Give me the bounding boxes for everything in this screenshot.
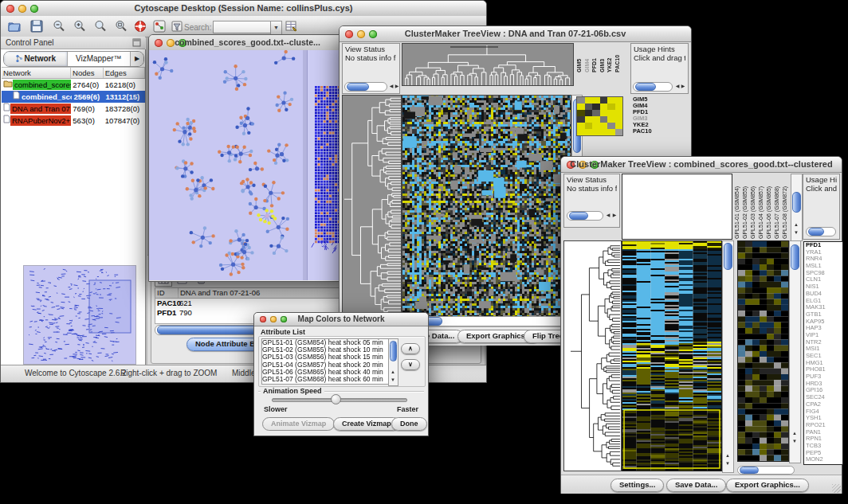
col-nodes[interactable]: Nodes <box>71 68 104 78</box>
column-label[interactable]: GIM3 <box>599 45 607 72</box>
column-label[interactable]: GIM5 <box>576 45 584 72</box>
zoom-in-icon[interactable] <box>73 19 87 33</box>
zoom-cell[interactable] <box>592 123 600 129</box>
col-network[interactable]: Network <box>2 68 71 78</box>
network-row[interactable]: combined_scores2764(0)16218(0) <box>2 79 145 91</box>
column-label[interactable]: GIM4 <box>584 45 592 72</box>
zoom-cell[interactable] <box>585 116 593 123</box>
search-dropdown-arrow[interactable]: ▼ <box>270 21 282 35</box>
view-status-scrollbar[interactable] <box>344 82 387 92</box>
column-labels-scrollbar[interactable]: ▲▼ <box>791 174 803 241</box>
save-data-button[interactable]: Save Data... <box>666 479 726 492</box>
zoom-cell[interactable] <box>592 116 600 123</box>
resize-grip[interactable] <box>832 484 841 493</box>
zoom-cell[interactable] <box>615 123 623 129</box>
column-label[interactable]: YKE2 <box>607 45 614 72</box>
float-panel-icon[interactable] <box>132 38 141 49</box>
help-icon[interactable] <box>133 19 147 33</box>
zoom-hscrollbar[interactable] <box>737 466 795 475</box>
zoom-cell[interactable] <box>615 129 623 135</box>
column-label[interactable]: GPL51-01 (GSM854) <box>734 175 742 239</box>
tab-overflow-arrow[interactable]: ▶ <box>130 52 143 66</box>
vizmap-shortcut-icon[interactable] <box>152 19 167 33</box>
dialog-titlebar[interactable]: Map Colors to Network <box>254 313 428 326</box>
network-canvas[interactable] <box>149 50 344 280</box>
zoom-cell[interactable] <box>615 110 623 116</box>
animate-vizmap-button[interactable]: Animate Vizmap <box>262 417 335 431</box>
global-heatmap-canvas[interactable] <box>622 240 722 471</box>
move-down-button[interactable]: ∨ <box>401 359 420 370</box>
zoom-out-icon[interactable] <box>52 19 66 33</box>
view-status-scrollbar[interactable] <box>567 211 603 221</box>
zoom-cell[interactable] <box>577 97 585 104</box>
zoom-cell[interactable] <box>577 129 585 135</box>
zoom-cell[interactable] <box>607 116 615 123</box>
network-row[interactable]: RNAPuberNov2+563(0)107847(0) <box>2 115 145 127</box>
open-session-icon[interactable] <box>7 19 22 33</box>
zoom-cell[interactable] <box>607 104 615 110</box>
zoom-cell[interactable] <box>585 123 593 129</box>
zoom-cell[interactable] <box>585 104 593 110</box>
network-row[interactable]: combined_sco2569(6)13112(15) <box>2 91 145 103</box>
zoom-cell[interactable] <box>607 123 615 129</box>
row-label[interactable]: PAC10 <box>633 128 681 135</box>
zoom-cell[interactable] <box>615 116 623 123</box>
zoom-cell[interactable] <box>600 104 608 110</box>
zoom-cell[interactable] <box>585 129 593 135</box>
zoom-cell[interactable] <box>577 110 585 116</box>
zoom-selected-icon[interactable] <box>93 19 108 33</box>
zoom-cell[interactable] <box>592 97 600 104</box>
column-label[interactable]: GPL51-02 (GSM855) <box>742 175 750 239</box>
export-graphics-button[interactable]: Export Graphics... <box>726 479 809 492</box>
treeview-dna-titlebar[interactable]: ClusterMaker TreeView : DNA and Tran 07-… <box>340 26 691 42</box>
zoom-cell[interactable] <box>600 123 608 129</box>
settings-button[interactable]: Settings... <box>610 479 664 492</box>
search-input[interactable] <box>213 21 273 33</box>
column-dendrogram-canvas[interactable] <box>402 43 574 86</box>
row-dendrogram-canvas[interactable] <box>342 95 402 317</box>
col-edges[interactable]: Edges <box>104 68 145 78</box>
done-button[interactable]: Done <box>391 417 427 431</box>
zoom-cell[interactable] <box>607 110 615 116</box>
zoom-vscrollbar[interactable]: ▲▼ <box>789 240 801 463</box>
save-session-icon[interactable] <box>29 19 44 33</box>
slider-thumb[interactable] <box>331 394 341 404</box>
zoom-cell[interactable] <box>607 97 615 104</box>
attribute-item[interactable]: GPL51-07 (GSM868) heat shock 60 min <box>262 376 388 383</box>
zoom-heatmap-canvas[interactable] <box>737 240 789 462</box>
usage-hints-scrollbar[interactable] <box>806 227 836 236</box>
main-titlebar[interactable]: Cytoscape Desktop (Session Name: collins… <box>1 1 486 17</box>
heatmap-vscrollbar[interactable]: ▲▼ <box>722 240 734 473</box>
gene-label[interactable]: MON2 <box>806 456 842 463</box>
zoom-cell[interactable] <box>615 104 623 110</box>
column-label[interactable]: GPL51-04 (GSM857) <box>758 175 766 239</box>
zoom-cell[interactable] <box>600 129 608 135</box>
network-view-titlebar[interactable]: combined_scores_good.txt--cluste... <box>149 35 346 51</box>
create-vizmap-button[interactable]: Create Vizmap <box>333 417 400 431</box>
zoom-cell[interactable] <box>585 110 593 116</box>
zoom-cell[interactable] <box>577 104 585 110</box>
zoom-cell[interactable] <box>600 116 608 123</box>
treeview-combined-titlebar[interactable]: ClusterMaker TreeView : combined_scores_… <box>561 157 842 173</box>
column-label[interactable]: GPL51-06 (GSM865) <box>766 175 774 239</box>
zoom-heatmap[interactable] <box>576 96 623 136</box>
column-label[interactable]: PFD1 <box>591 45 599 72</box>
zoom-cell[interactable] <box>592 104 600 110</box>
zoom-cell[interactable] <box>600 110 608 116</box>
zoom-cell[interactable] <box>577 116 585 123</box>
column-label[interactable]: GPL51-08 (GSM872) <box>782 175 790 239</box>
network-table-header[interactable]: Network Nodes Edges <box>2 67 145 79</box>
zoom-cell[interactable] <box>607 129 615 135</box>
network-row[interactable]: DNA and Tran 07769(0)183728(0) <box>2 103 145 115</box>
attribute-editor-icon[interactable] <box>285 19 299 33</box>
tab-network[interactable]: Network <box>4 52 67 66</box>
tab-vizmapper[interactable]: VizMapper™ <box>67 52 131 66</box>
row-dendrogram-canvas[interactable] <box>563 240 622 471</box>
network-overview-canvas[interactable] <box>23 265 136 365</box>
zoom-cell[interactable] <box>585 97 593 104</box>
column-label[interactable]: GPL51-03 (GSM856) <box>750 175 758 239</box>
usage-hints-scrollbar[interactable] <box>633 82 673 92</box>
col-id[interactable]: ID <box>155 288 179 298</box>
zoom-cell[interactable] <box>592 110 600 116</box>
column-label[interactable]: PAC10 <box>614 45 622 72</box>
